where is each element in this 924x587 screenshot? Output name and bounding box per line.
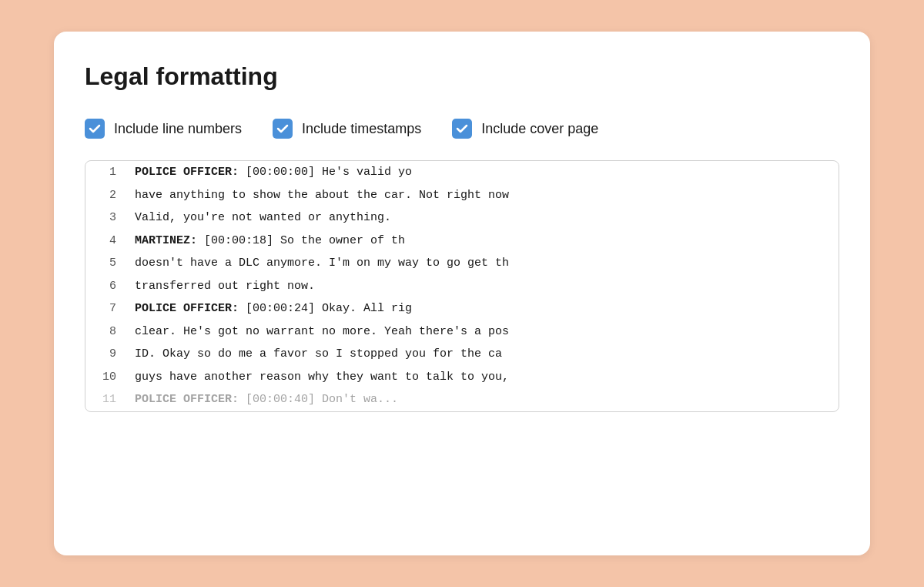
- page-title: Legal formatting: [85, 62, 839, 91]
- line-text: doesn't have a DLC anymore. I'm on my wa…: [135, 253, 509, 273]
- checkmark-icon: [456, 122, 468, 135]
- line-text: Valid, you're not wanted or anything.: [135, 208, 391, 228]
- table-row: 6 transferred out right now.: [85, 275, 839, 298]
- transcript-container: 1POLICE OFFICER: [00:00:00] He's valid y…: [85, 160, 839, 412]
- line-number: 2: [98, 186, 135, 206]
- table-row: 8 clear. He's got no warrant no more. Ye…: [85, 320, 839, 344]
- table-row: 2 have anything to show the about the ca…: [85, 184, 839, 207]
- checkbox-cover-page[interactable]: [452, 119, 472, 139]
- line-number: 5: [98, 253, 135, 273]
- line-number: 10: [98, 367, 135, 387]
- line-number: 1: [98, 163, 135, 183]
- line-text: POLICE OFFICER: [00:00:00] He's valid yo: [135, 163, 412, 183]
- table-row: 4 MARTINEZ: [00:00:18] So the owner of t…: [85, 230, 839, 253]
- line-text: clear. He's got no warrant no more. Yeah…: [135, 322, 509, 342]
- checkbox-label-cover-page: Include cover page: [481, 121, 598, 137]
- line-number: 11: [98, 390, 135, 410]
- checkbox-label-timestamps: Include timestamps: [302, 121, 421, 137]
- line-number: 7: [98, 299, 135, 319]
- line-number: 8: [98, 322, 135, 342]
- line-text: have anything to show the about the car.…: [135, 186, 509, 206]
- table-row: 10 guys have another reason why they wan…: [85, 366, 839, 389]
- table-row: 9 ID. Okay so do me a favor so I stopped…: [85, 343, 839, 366]
- line-text: guys have another reason why they want t…: [135, 367, 509, 387]
- line-number: 6: [98, 277, 135, 297]
- checkbox-timestamps[interactable]: [273, 119, 293, 139]
- checkboxes-row: Include line numbers Include timestamps …: [85, 119, 839, 139]
- table-row: 3 Valid, you're not wanted or anything.: [85, 206, 839, 230]
- checkmark-icon: [89, 122, 101, 135]
- line-text: ID. Okay so do me a favor so I stopped y…: [135, 344, 502, 364]
- checkbox-item-timestamps: Include timestamps: [273, 119, 421, 139]
- line-text: MARTINEZ: [00:00:18] So the owner of th: [135, 231, 405, 251]
- table-row: 1POLICE OFFICER: [00:00:00] He's valid y…: [85, 161, 839, 184]
- table-row: 11 POLICE OFFICER: [00:00:40] Don't wa..…: [85, 388, 839, 411]
- checkbox-label-line-numbers: Include line numbers: [114, 121, 242, 137]
- line-number: 9: [98, 344, 135, 364]
- transcript-content: 1POLICE OFFICER: [00:00:00] He's valid y…: [85, 161, 839, 411]
- checkbox-line-numbers[interactable]: [85, 119, 105, 139]
- checkmark-icon: [276, 122, 289, 135]
- main-card: Legal formatting Include line numbers In…: [54, 32, 870, 555]
- line-number: 4: [98, 231, 135, 251]
- table-row: 7 POLICE OFFICER: [00:00:24] Okay. All r…: [85, 297, 839, 320]
- line-text: POLICE OFFICER: [00:00:40] Don't wa...: [135, 390, 398, 410]
- checkbox-item-line-numbers: Include line numbers: [85, 119, 242, 139]
- line-number: 3: [98, 208, 135, 228]
- line-text: transferred out right now.: [135, 277, 315, 297]
- checkbox-item-cover-page: Include cover page: [452, 119, 598, 139]
- line-text: POLICE OFFICER: [00:00:24] Okay. All rig: [135, 299, 412, 319]
- table-row: 5 doesn't have a DLC anymore. I'm on my …: [85, 252, 839, 275]
